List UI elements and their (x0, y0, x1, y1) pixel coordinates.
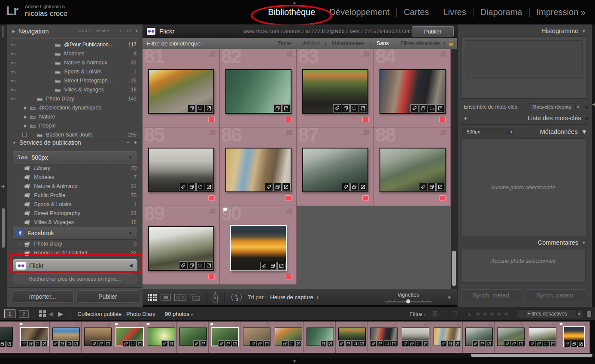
badge-copies-icon[interactable] (511, 340, 517, 347)
disclosure-dots-icon[interactable]: ⁞ (20, 194, 21, 197)
star-rating-filter[interactable]: ★★★★★ (475, 310, 510, 318)
badge-adjust-icon[interactable] (277, 262, 285, 270)
filmstrip-cell[interactable] (82, 322, 113, 353)
module-tab-impression-[interactable]: Impression » (530, 6, 593, 19)
flag-neutral-filter-icon[interactable] (441, 311, 449, 317)
color-label-red[interactable] (285, 117, 291, 122)
disclosure-dots-icon[interactable]: ⁞ (20, 242, 21, 246)
badge-copies-icon[interactable] (168, 340, 175, 347)
publish-service-500px[interactable]: 5oo500px▼ (13, 151, 137, 164)
badge-tag-icon[interactable] (564, 341, 571, 347)
loupe-view-button[interactable] (161, 294, 171, 301)
grid-cell-84[interactable]: 84 (374, 49, 451, 127)
filmstrip-photo-count[interactable]: 90 photos ▾ (165, 311, 193, 317)
disclosure-dots-icon[interactable]: ⁞ (20, 203, 21, 206)
badge-copies-icon[interactable] (188, 104, 196, 112)
flag-icon[interactable] (208, 51, 217, 57)
published-collection-row[interactable]: ⁞Street Photography23 (7, 209, 143, 218)
grid-view-shortcut-icon[interactable] (39, 310, 46, 317)
badge-tag-icon[interactable] (265, 183, 273, 191)
badge-tag-icon[interactable] (218, 340, 225, 347)
badge-adjust-icon[interactable] (73, 340, 79, 347)
published-collection-row[interactable]: ⁞Nature & Animaux21 (7, 182, 143, 191)
flag-icon[interactable] (519, 322, 525, 326)
badge-tag-icon[interactable] (161, 340, 168, 347)
badge-copies-icon[interactable] (188, 261, 196, 270)
flag-icon[interactable] (360, 322, 366, 326)
photo-thumbnail[interactable] (434, 328, 461, 346)
toolbar-options-icon[interactable]: ▼ (447, 295, 452, 300)
go-back-button[interactable]: ◀ (49, 310, 53, 317)
disclosure-dots-icon[interactable]: ⁞ (52, 43, 52, 47)
color-label-red[interactable] (285, 274, 291, 279)
photo-thumbnail[interactable] (497, 328, 525, 346)
badge-tag-icon[interactable] (250, 340, 256, 347)
filmstrip-cell[interactable] (463, 322, 495, 353)
badge-adjust-icon[interactable] (359, 104, 367, 112)
grid-cell-81[interactable]: 81 (143, 49, 220, 127)
flag-icon[interactable] (297, 322, 303, 326)
module-tab-cartes[interactable]: Cartes (397, 6, 436, 19)
photo-thumbnail[interactable] (52, 328, 80, 346)
badge-copies-icon[interactable] (98, 340, 104, 347)
photo-thumbnail[interactable] (230, 225, 287, 271)
badge-crop-icon[interactable] (196, 104, 204, 112)
keyword-list-header[interactable]: + Liste des mots-clés ◀ (464, 114, 588, 122)
flag-icon[interactable] (11, 322, 17, 326)
badge-crop-icon[interactable] (352, 340, 358, 347)
badge-copies-icon[interactable] (225, 340, 231, 347)
flag-icon[interactable] (265, 322, 271, 326)
badge-tag-icon[interactable] (179, 183, 187, 191)
badge-crop-icon[interactable] (196, 261, 204, 270)
disclosure-dots-icon[interactable]: ⁞ (52, 52, 52, 56)
collection-row[interactable]: ⁞Villes & Voyages18 (7, 85, 143, 94)
color-label-red[interactable] (285, 195, 291, 201)
collection-row[interactable]: ⁞@Pour Publication…117 (7, 40, 143, 49)
badge-tag-icon[interactable] (504, 340, 510, 347)
metadata-preset-dropdown[interactable]: 500px ▲▼ (462, 128, 514, 136)
grid-view-button[interactable] (148, 294, 157, 301)
badge-adjust-icon[interactable] (359, 340, 365, 347)
badge-adjust-icon[interactable] (578, 341, 584, 347)
filmstrip-cell[interactable] (113, 322, 145, 353)
flag-icon[interactable] (362, 51, 371, 57)
filter-toggle-switch[interactable] (586, 311, 592, 317)
photo-thumbnail[interactable] (302, 69, 368, 114)
flag-icon[interactable] (208, 208, 217, 214)
library-filter-preset-value[interactable]: Filtres désactivés (401, 40, 440, 46)
filmstrip-scrollbar-thumb[interactable] (471, 354, 592, 357)
flag-icon[interactable] (551, 322, 557, 326)
filmstrip-cell[interactable] (431, 322, 463, 353)
badge-crop-icon[interactable] (196, 183, 204, 191)
comments-collapse-icon[interactable]: ▼ (582, 240, 586, 245)
badge-adjust-icon[interactable] (454, 340, 461, 347)
zoom-mode-ADAPT[interactable]: ADAPT. (77, 29, 92, 33)
flag-icon[interactable] (362, 130, 371, 135)
color-label-red[interactable] (208, 117, 215, 122)
zoom-mode-REMPL[interactable]: REMPL. (96, 29, 112, 33)
module-tab-livres[interactable]: Livres (436, 6, 473, 19)
flag-icon[interactable] (106, 322, 112, 326)
badge-copies-icon[interactable] (447, 340, 454, 347)
badge-copies-icon[interactable] (282, 340, 288, 347)
badge-adjust-icon[interactable] (359, 183, 367, 191)
badge-adjust-icon[interactable] (41, 340, 48, 347)
badge-adjust-icon[interactable] (205, 104, 213, 112)
flag-icon[interactable] (201, 322, 207, 326)
filter-option-texte[interactable]: Texte (273, 40, 297, 46)
badge-tag-icon[interactable] (440, 340, 447, 347)
photo-thumbnail[interactable] (148, 69, 214, 114)
disclosure-dots-icon[interactable]: ⁞ (52, 70, 52, 74)
badge-adjust-icon[interactable] (232, 340, 238, 347)
badge-adjust-icon[interactable] (549, 340, 556, 347)
grid-cell-85[interactable]: 85 (143, 127, 220, 206)
color-label-red[interactable] (208, 274, 215, 279)
disclosure-dots-icon[interactable]: ⁞ (20, 185, 21, 188)
service-collapse-icon[interactable]: ▼ (128, 155, 133, 160)
pick-flag-icon[interactable] (559, 322, 563, 327)
flag-icon[interactable] (208, 130, 217, 135)
badge-copies-icon[interactable] (350, 183, 358, 191)
badge-adjust-icon[interactable] (282, 104, 290, 112)
metadata-header[interactable]: Métadonnées ▼ (540, 128, 587, 135)
collection-checkbox[interactable] (22, 133, 27, 137)
